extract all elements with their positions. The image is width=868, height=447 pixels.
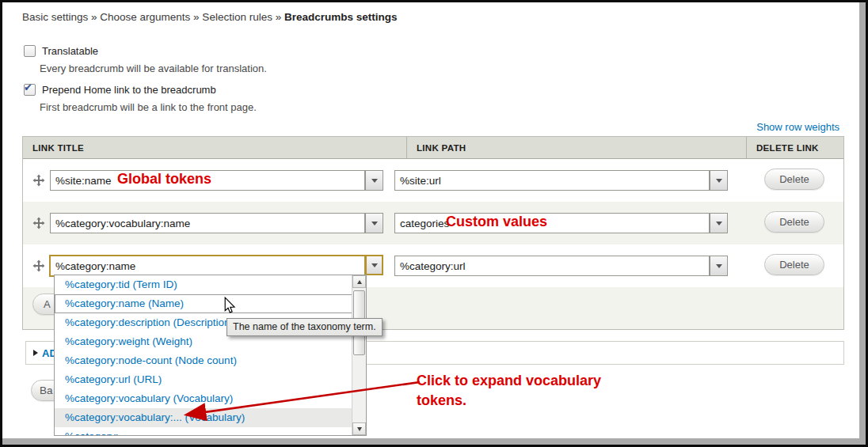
- triangle-right-icon: [33, 350, 38, 356]
- dropdown-scrollbar[interactable]: [352, 275, 366, 435]
- mouse-cursor-icon: [223, 297, 236, 317]
- translatable-row: Translatable: [24, 45, 98, 57]
- prepend-home-description: First breadcrumb will be a link to the f…: [40, 101, 257, 113]
- page-title: Breadcrumbs settings: [284, 11, 398, 23]
- link-title-input-focused[interactable]: [49, 255, 366, 277]
- caret-down-icon: [371, 222, 378, 225]
- breadcrumb: Basic settings » Choose arguments » Sele…: [22, 11, 397, 23]
- caret-down-icon: [716, 179, 722, 183]
- token-dropdown-button[interactable]: [710, 256, 728, 276]
- caret-down-icon: [716, 222, 722, 225]
- window-edge: [2, 438, 866, 445]
- token-dropdown-button[interactable]: [365, 213, 383, 233]
- token-dropdown-button[interactable]: [710, 213, 728, 233]
- annotation-expand-tokens: Click to expand vocabulary tokens.: [417, 371, 619, 411]
- annotation-custom-values: Custom values: [446, 214, 547, 230]
- delete-button[interactable]: Delete: [764, 211, 824, 233]
- column-header-link-title: LINK TITLE: [23, 137, 406, 158]
- token-tooltip: The name of the taxonomy term.: [227, 318, 383, 336]
- caret-down-icon: [371, 179, 378, 183]
- token-dropdown-button[interactable]: [365, 170, 383, 191]
- drag-handle-icon[interactable]: [32, 259, 45, 272]
- token-dropdown-button[interactable]: [365, 255, 383, 275]
- token-option-clipped[interactable]: %category:…: [55, 427, 352, 436]
- translatable-description: Every breadcrumb will be available for t…: [40, 63, 267, 74]
- link-title-input[interactable]: [50, 213, 365, 233]
- token-option[interactable]: %category:tid (Term ID): [55, 275, 352, 294]
- delete-button[interactable]: Delete: [764, 254, 824, 275]
- table-row: Delete: [23, 202, 843, 244]
- token-option-hovered[interactable]: %category:name (Name): [55, 294, 352, 313]
- token-option[interactable]: %category:node-count (Node count): [55, 351, 352, 370]
- annotation-global-tokens: Global tokens: [117, 171, 211, 188]
- drag-handle-icon[interactable]: [32, 174, 45, 187]
- token-dropdown-panel: %category:tid (Term ID) %category:name (…: [54, 275, 367, 436]
- scroll-up-button[interactable]: [352, 275, 366, 288]
- scroll-down-button[interactable]: [352, 422, 366, 435]
- caret-down-icon: [716, 264, 722, 268]
- token-dropdown-button[interactable]: [710, 170, 728, 191]
- prepend-home-label: Prepend Home link to the breadcrumb: [42, 84, 216, 96]
- link-path-input[interactable]: [394, 213, 710, 233]
- delete-button[interactable]: Delete: [764, 169, 824, 190]
- column-header-delete-link: DELETE LINK: [746, 137, 843, 158]
- window-edge: [859, 2, 866, 445]
- token-option[interactable]: %category:url (URL): [55, 370, 352, 389]
- link-path-input[interactable]: [394, 170, 710, 191]
- triangle-up-icon: [357, 280, 362, 284]
- column-header-link-path: LINK PATH: [406, 137, 746, 158]
- token-option[interactable]: %category:vocabulary (Vocabulary): [55, 389, 352, 408]
- show-row-weights-link[interactable]: Show row weights: [756, 121, 839, 133]
- translatable-checkbox[interactable]: [24, 45, 36, 57]
- table-header-row: LINK TITLE LINK PATH DELETE LINK: [23, 137, 843, 159]
- caret-down-icon: [371, 263, 378, 267]
- link-path-input[interactable]: [394, 256, 710, 276]
- prepend-home-row: Prepend Home link to the breadcrumb: [24, 84, 216, 96]
- token-list: %category:tid (Term ID) %category:name (…: [55, 275, 352, 436]
- prepend-home-checkbox[interactable]: [24, 84, 36, 96]
- triangle-down-icon: [357, 427, 362, 431]
- translatable-label: Translatable: [42, 45, 98, 57]
- window: Basic settings » Choose arguments » Sele…: [0, 0, 868, 447]
- token-option-expandable[interactable]: %category:vocabulary:... (Vocabulary): [55, 408, 352, 427]
- breadcrumb-trail: Basic settings » Choose arguments » Sele…: [22, 11, 284, 23]
- drag-handle-icon[interactable]: [32, 217, 45, 229]
